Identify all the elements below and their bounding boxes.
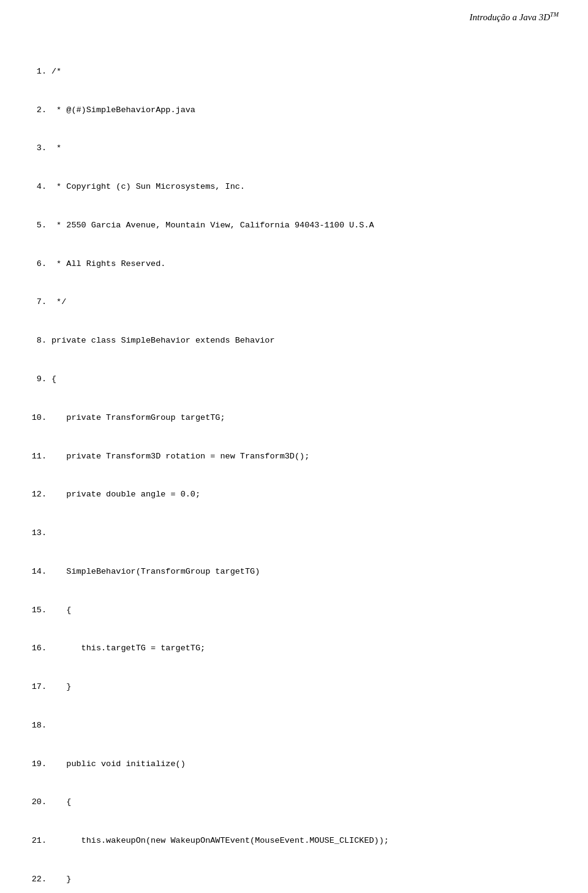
line-content: this.targetTG = targetTG; (51, 642, 205, 655)
line-content: */ (51, 296, 66, 309)
code-line-13: 13. (29, 527, 559, 540)
page: Introdução a Java 3DTM 1. /* 2. * @(#)Si… (0, 0, 588, 893)
line-number: 2. (29, 104, 47, 117)
code-line-10: 10. private TransformGroup targetTG; (29, 412, 559, 425)
code-line-12: 12. private double angle = 0.0; (29, 488, 559, 501)
code-line-7: 7. */ (29, 296, 559, 309)
line-number: 13. (29, 527, 47, 540)
code-line-1: 1. /* (29, 66, 559, 78)
code-line-5: 5. * 2550 Garcia Avenue, Mountain View, … (29, 219, 559, 232)
line-number: 17. (29, 681, 47, 694)
code-line-20: 20. { (29, 796, 559, 809)
line-number: 10. (29, 412, 47, 425)
line-number: 11. (29, 450, 47, 463)
line-content: { (51, 604, 71, 617)
code-line-6: 6. * All Rights Reserved. (29, 258, 559, 271)
line-content: * Copyright (c) Sun Microsystems, Inc. (51, 181, 245, 194)
code-line-8: 8. private class SimpleBehavior extends … (29, 335, 559, 348)
code-block: 1. /* 2. * @(#)SimpleBehaviorApp.java 3.… (29, 40, 559, 893)
line-number: 21. (29, 835, 47, 848)
line-number: 14. (29, 566, 47, 579)
line-number: 22. (29, 873, 47, 886)
line-content: * (51, 142, 61, 155)
code-line-4: 4. * Copyright (c) Sun Microsystems, Inc… (29, 181, 559, 194)
line-number: 18. (29, 720, 47, 732)
line-content: * @(#)SimpleBehaviorApp.java (51, 104, 195, 117)
line-number: 4. (29, 181, 47, 194)
code-line-16: 16. this.targetTG = targetTG; (29, 642, 559, 655)
line-content: private double angle = 0.0; (51, 488, 200, 501)
code-line-11: 11. private Transform3D rotation = new T… (29, 450, 559, 463)
line-number: 7. (29, 296, 47, 309)
code-line-17: 17. } (29, 681, 559, 694)
line-number: 3. (29, 142, 47, 155)
header-title: Introdução a Java 3DTM (470, 12, 559, 22)
line-number: 9. (29, 373, 47, 386)
code-line-9: 9. { (29, 373, 559, 386)
code-line-19: 19. public void initialize() (29, 758, 559, 771)
code-line-22: 22. } (29, 873, 559, 886)
line-number: 6. (29, 258, 47, 271)
line-number: 5. (29, 219, 47, 232)
line-content: SimpleBehavior(TransformGroup targetTG) (51, 566, 260, 579)
code-line-15: 15. { (29, 604, 559, 617)
code-line-3: 3. * (29, 142, 559, 155)
line-number: 19. (29, 758, 47, 771)
line-content: * All Rights Reserved. (51, 258, 165, 271)
line-content: this.wakeupOn(new WakeupOnAWTEvent(Mouse… (51, 835, 389, 848)
line-number: 20. (29, 796, 47, 809)
line-number: 8. (29, 335, 47, 348)
line-content: { (51, 796, 71, 809)
line-number: 12. (29, 488, 47, 501)
line-content: * 2550 Garcia Avenue, Mountain View, Cal… (51, 219, 374, 232)
code-line-14: 14. SimpleBehavior(TransformGroup target… (29, 566, 559, 579)
line-content: private class SimpleBehavior extends Beh… (51, 335, 275, 348)
line-content: /* (51, 66, 61, 78)
line-number: 1. (29, 66, 47, 78)
line-content: public void initialize() (51, 758, 186, 771)
code-line-2: 2. * @(#)SimpleBehaviorApp.java (29, 104, 559, 117)
line-content: private TransformGroup targetTG; (51, 412, 225, 425)
line-number: 15. (29, 604, 47, 617)
line-content: } (51, 873, 71, 886)
code-line-21: 21. this.wakeupOn(new WakeupOnAWTEvent(M… (29, 835, 559, 848)
line-content: private Transform3D rotation = new Trans… (51, 450, 309, 463)
line-content: } (51, 681, 71, 694)
line-content: { (51, 373, 56, 386)
trademark: TM (550, 11, 559, 18)
page-header: Introdução a Java 3DTM (29, 0, 559, 29)
line-number: 16. (29, 642, 47, 655)
code-line-18: 18. (29, 720, 559, 732)
